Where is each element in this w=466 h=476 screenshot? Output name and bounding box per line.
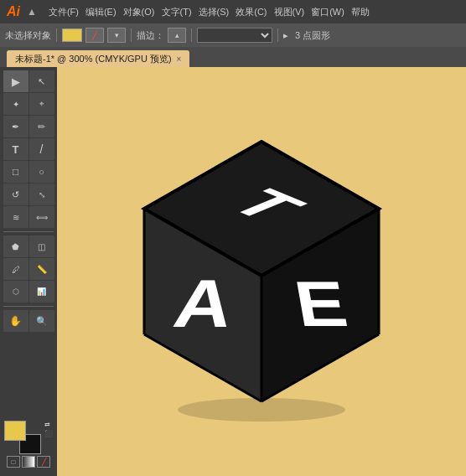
tool-row-warp: ≋ ⟺	[2, 206, 55, 228]
left-toolbar: ▶ ↖ ✦ ⌖ ✒ ✏ T / □ ○ ↺ ⤡ ≋ ⟺ ⬟ ◫	[0, 67, 57, 476]
tab-close-btn[interactable]: ×	[177, 54, 182, 64]
stroke-toggle-btn[interactable]: ▾	[107, 28, 126, 43]
window-icon: ▲	[27, 6, 37, 18]
toolbar-divider-1	[56, 28, 57, 42]
menu-text[interactable]: 文字(T)	[158, 4, 195, 20]
stroke-up-btn[interactable]: ▴	[168, 28, 186, 43]
tool-row-1: ▶ ↖	[2, 70, 55, 92]
menu-window[interactable]: 窗口(W)	[308, 4, 348, 20]
warp-tool-btn[interactable]: ≋	[3, 206, 28, 228]
fill-color-box[interactable]	[62, 28, 82, 42]
color-mode-btn[interactable]: □	[7, 456, 20, 468]
tool-row-nav: ✋ 🔍	[2, 310, 55, 332]
pen-tool-btn[interactable]: ✒	[3, 116, 28, 137]
toolbar-divider-3	[191, 28, 192, 42]
gradient-mode-btn[interactable]	[22, 456, 35, 468]
svg-point-0	[178, 398, 345, 422]
magic-wand-btn[interactable]: ✦	[3, 93, 28, 115]
stroke-none-btn[interactable]: ╱	[85, 28, 104, 43]
menu-select[interactable]: 选择(S)	[195, 4, 233, 20]
opacity-label: ▸	[283, 30, 288, 41]
tool-divider-2	[3, 306, 54, 307]
document-tab[interactable]: 未标题-1* @ 300% (CMYK/GPU 预览) ×	[7, 50, 189, 67]
graph-btn[interactable]: 📊	[29, 281, 54, 303]
cube-illustration: T A E	[119, 116, 404, 427]
menu-file[interactable]: 文件(F)	[45, 4, 82, 20]
rect-tool-btn[interactable]: □	[3, 161, 28, 183]
tab-bar: 未标题-1* @ 300% (CMYK/GPU 预览) ×	[0, 47, 466, 67]
tool-row-fill: ⬟ ◫	[2, 235, 55, 257]
menu-help[interactable]: 帮助	[348, 4, 373, 20]
type-tool-btn[interactable]: T	[3, 138, 28, 160]
swatch-row-mode: □ ╱	[3, 456, 54, 468]
rotate-tool-btn[interactable]: ↺	[3, 184, 28, 205]
tab-title: 未标题-1* @ 300% (CMYK/GPU 预览)	[15, 53, 172, 65]
menu-object[interactable]: 对象(O)	[120, 4, 158, 20]
canvas-area: T A E	[57, 67, 466, 476]
fill-tool-btn[interactable]: ⬟	[3, 235, 28, 257]
lasso-btn[interactable]: ⌖	[29, 93, 54, 115]
eyedropper-btn[interactable]: 🖊	[3, 258, 28, 280]
tool-row-eyedrop: 🖊 📏	[2, 258, 55, 280]
default-color-btn[interactable]: ⬛	[44, 430, 53, 437]
tool-row-transform: ↺ ⤡	[2, 184, 55, 205]
toolbar-divider-4	[277, 28, 278, 42]
line-tool-btn[interactable]: /	[29, 138, 54, 160]
stroke-profile-select[interactable]	[197, 28, 272, 43]
fill-swatch[interactable]	[4, 421, 26, 441]
tool-row-pen: ✒ ✏	[2, 116, 55, 137]
symbol-btn[interactable]: ⬡	[3, 281, 28, 303]
hand-tool-btn[interactable]: ✋	[3, 310, 28, 332]
swatch-row-main: ⇄ ⬛	[3, 421, 54, 454]
direct-select-tool-btn[interactable]: ↖	[29, 70, 54, 92]
title-bar: Ai ▲ 文件(F) 编辑(E) 对象(O) 文字(T) 选择(S) 效果(C)…	[0, 0, 466, 23]
tool-row-2: ✦ ⌖	[2, 93, 55, 115]
ai-logo: Ai	[7, 4, 20, 19]
swap-color-btn[interactable]: ⇄	[44, 421, 53, 428]
pencil-tool-btn[interactable]: ✏	[29, 116, 54, 137]
stroke-label: 描边：	[137, 29, 164, 42]
color-swatch-area: ⇄ ⬛ □ ╱	[2, 417, 55, 473]
width-tool-btn[interactable]: ⟺	[29, 206, 54, 228]
measure-btn[interactable]: 📏	[29, 258, 54, 280]
star-label: 3 点圆形	[295, 29, 330, 42]
tool-row-type: T /	[2, 138, 55, 160]
select-tool-btn[interactable]: ▶	[3, 70, 28, 92]
scale-tool-btn[interactable]: ⤡	[29, 184, 54, 205]
toolbar: 未选择对象 ╱ ▾ 描边： ▴ ▸ 3 点圆形	[0, 23, 466, 47]
zoom-tool-btn[interactable]: 🔍	[29, 310, 54, 332]
unselected-label: 未选择对象	[5, 29, 51, 42]
none-mode-btn[interactable]: ╱	[37, 456, 50, 468]
main-layout: ▶ ↖ ✦ ⌖ ✒ ✏ T / □ ○ ↺ ⤡ ≋ ⟺ ⬟ ◫	[0, 67, 466, 476]
gradient-tool-btn[interactable]: ◫	[29, 235, 54, 257]
ellipse-tool-btn[interactable]: ○	[29, 161, 54, 183]
menu-effect[interactable]: 效果(C)	[232, 4, 270, 20]
menu-edit[interactable]: 编辑(E)	[82, 4, 120, 20]
tool-divider-1	[3, 231, 54, 232]
menu-view[interactable]: 视图(V)	[271, 4, 308, 20]
toolbar-divider-2	[131, 28, 132, 42]
tool-row-symbol: ⬡ 📊	[2, 281, 55, 303]
tool-row-shape: □ ○	[2, 161, 55, 183]
